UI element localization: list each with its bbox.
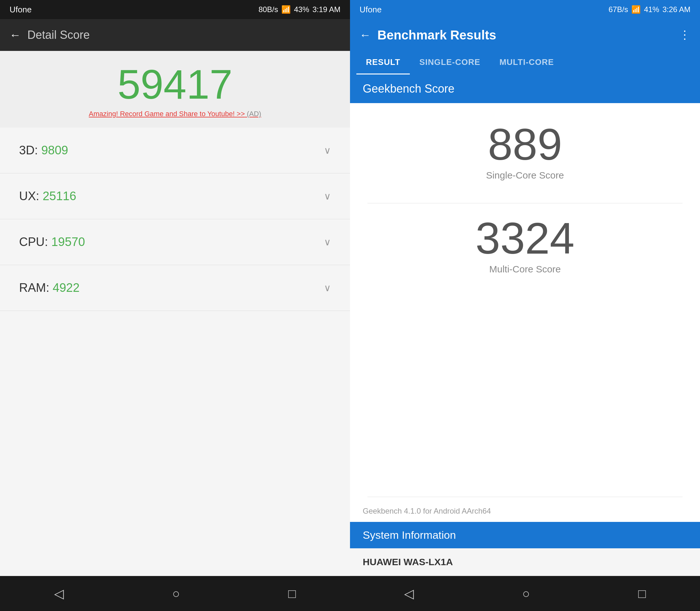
divider-version	[368, 497, 683, 497]
divider-scores	[368, 203, 683, 203]
right-panel: Ufone 67B/s 📶 41% 3:26 AM ← Benchmark Re…	[350, 0, 700, 611]
scores-container: 889 Single-Core Score 3324 Multi-Core Sc…	[350, 103, 700, 494]
nav-bar-left: ◁ ○ □	[0, 576, 350, 611]
tab-single-core[interactable]: SINGLE-CORE	[410, 51, 490, 74]
main-score: 59417	[0, 64, 350, 105]
status-bar-right: Ufone 67B/s 📶 41% 3:26 AM	[350, 0, 700, 19]
speed-left: 80B/s	[259, 5, 278, 14]
page-title-left: Detail Score	[27, 28, 90, 42]
back-button-left[interactable]: ←	[10, 28, 21, 42]
system-info-header: System Information	[350, 522, 700, 548]
signal-icon-right: 📶	[631, 5, 641, 14]
recent-nav-icon-left[interactable]: □	[288, 586, 296, 601]
score-row-ux[interactable]: UX: 25116 ∨	[0, 174, 350, 219]
back-nav-icon-left[interactable]: ◁	[54, 586, 64, 601]
score-section: 59417 Amazing! Record Game and Share to …	[0, 51, 350, 128]
chevron-ux: ∨	[324, 191, 331, 202]
score-label-3d: 3D: 9809	[19, 144, 68, 157]
geekbench-version: Geekbench 4.1.0 for Android AArch64	[350, 500, 700, 522]
status-right-right: 67B/s 📶 41% 3:26 AM	[609, 5, 690, 14]
score-value-3d: 9809	[41, 144, 69, 157]
speed-right: 67B/s	[609, 5, 628, 14]
status-right-left: 80B/s 📶 43% 3:19 AM	[259, 5, 341, 14]
battery-left: 43%	[294, 5, 309, 14]
ad-text[interactable]: Amazing! Record Game and Share to Youtub…	[0, 110, 350, 118]
chevron-cpu: ∨	[324, 236, 331, 248]
score-row-ram[interactable]: RAM: 4922 ∨	[0, 265, 350, 311]
time-left: 3:19 AM	[312, 5, 341, 14]
top-bar-left: ← Detail Score	[0, 19, 350, 51]
ad-content: Amazing! Record Game and Share to Youtub…	[89, 110, 245, 118]
chevron-3d: ∨	[324, 145, 331, 156]
score-value-ux: 25116	[43, 189, 76, 203]
signal-icon: 📶	[281, 5, 291, 14]
tabs-bar: RESULT SINGLE-CORE MULTI-CORE	[350, 51, 700, 74]
carrier-left: Ufone	[10, 5, 31, 15]
score-label-ram: RAM: 4922	[19, 281, 79, 295]
page-title-right: Benchmark Results	[377, 28, 496, 42]
score-row-cpu[interactable]: CPU: 19570 ∨	[0, 219, 350, 265]
tab-multi-core[interactable]: MULTI-CORE	[490, 51, 564, 74]
back-nav-icon-right[interactable]: ◁	[404, 586, 414, 601]
more-options-button[interactable]: ⋮	[679, 28, 690, 42]
top-bar-right: ← Benchmark Results ⋮	[350, 19, 700, 51]
home-nav-icon-right[interactable]: ○	[522, 586, 530, 601]
score-label-ux: UX: 25116	[19, 189, 76, 203]
time-right: 3:26 AM	[662, 5, 690, 14]
multi-core-score: 3324	[475, 216, 574, 260]
ad-suffix: (AD)	[247, 110, 261, 118]
top-bar-right-left: ← Benchmark Results	[359, 28, 496, 42]
single-core-score: 889	[488, 122, 562, 167]
score-value-ram: 4922	[53, 281, 80, 294]
recent-nav-icon-right[interactable]: □	[638, 586, 646, 601]
back-button-right[interactable]: ←	[359, 28, 371, 42]
geekbench-header: Geekbench Score	[350, 74, 700, 103]
left-panel: Ufone 80B/s 📶 43% 3:19 AM ← Detail Score…	[0, 0, 350, 611]
score-items-list: 3D: 9809 ∨ UX: 25116 ∨ CPU: 19570 ∨ RAM:…	[0, 128, 350, 576]
status-bar-left: Ufone 80B/s 📶 43% 3:19 AM	[0, 0, 350, 19]
battery-right: 41%	[644, 5, 659, 14]
carrier-right: Ufone	[359, 5, 382, 15]
multi-core-label: Multi-Core Score	[489, 264, 561, 274]
chevron-ram: ∨	[324, 282, 331, 294]
home-nav-icon-left[interactable]: ○	[172, 586, 180, 601]
score-label-cpu: CPU: 19570	[19, 235, 85, 249]
device-row: HUAWEI WAS-LX1A	[350, 548, 700, 576]
tab-result[interactable]: RESULT	[356, 51, 410, 74]
score-value-cpu: 19570	[51, 235, 85, 249]
nav-bar-right: ◁ ○ □	[350, 576, 700, 611]
score-row-3d[interactable]: 3D: 9809 ∨	[0, 128, 350, 174]
single-core-label: Single-Core Score	[486, 170, 564, 181]
